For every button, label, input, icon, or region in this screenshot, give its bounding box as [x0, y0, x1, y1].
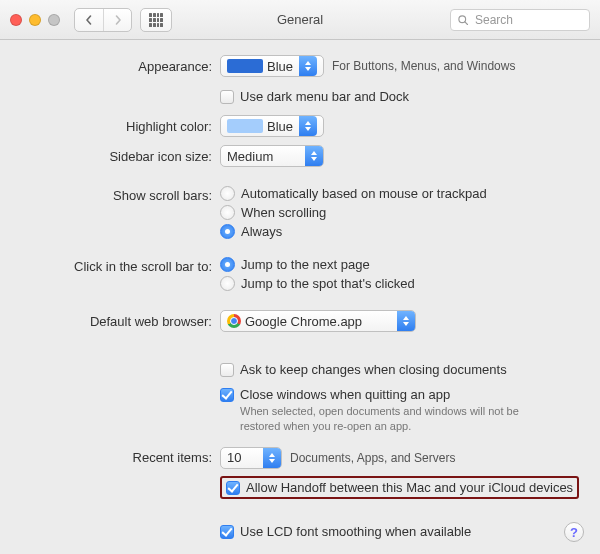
svg-line-1 — [465, 21, 468, 24]
radio-label: Always — [241, 224, 282, 239]
scrollbars-label: Show scroll bars: — [20, 186, 220, 203]
recent-items-label: Recent items: — [20, 450, 220, 465]
color-swatch-icon — [227, 119, 263, 133]
minimize-window-button[interactable] — [29, 14, 41, 26]
stepper-icon — [299, 56, 317, 76]
highlight-select[interactable]: Blue — [220, 115, 324, 137]
show-all-button[interactable] — [140, 8, 172, 32]
lcd-smoothing-checkbox[interactable]: Use LCD font smoothing when available — [220, 524, 471, 539]
ask-keep-changes-label: Ask to keep changes when closing documen… — [240, 362, 507, 377]
content: Appearance: Blue For Buttons, Menus, and… — [0, 40, 600, 554]
window-controls — [10, 14, 60, 26]
zoom-window-button[interactable] — [48, 14, 60, 26]
sidebar-size-select[interactable]: Medium — [220, 145, 324, 167]
lcd-smoothing-label: Use LCD font smoothing when available — [240, 524, 471, 539]
browser-label: Default web browser: — [20, 314, 220, 329]
scrollbars-option-whenscrolling[interactable]: When scrolling — [220, 205, 487, 220]
forward-button[interactable] — [103, 9, 131, 31]
chevron-left-icon — [84, 15, 94, 25]
highlight-value: Blue — [267, 119, 293, 134]
back-button[interactable] — [75, 9, 103, 31]
handoff-checkbox[interactable]: Allow Handoff between this Mac and your … — [226, 480, 573, 495]
chrome-icon — [227, 314, 241, 328]
scrollbars-option-always[interactable]: Always — [220, 224, 487, 239]
close-windows-label: Close windows when quitting an app — [240, 387, 450, 402]
radio-icon — [220, 205, 235, 220]
grid-icon — [149, 13, 163, 27]
scrollclick-label: Click in the scroll bar to: — [20, 257, 220, 274]
radio-icon — [220, 276, 235, 291]
stepper-icon — [397, 311, 415, 331]
scrollbars-option-auto[interactable]: Automatically based on mouse or trackpad — [220, 186, 487, 201]
close-window-button[interactable] — [10, 14, 22, 26]
radio-label: Jump to the spot that's clicked — [241, 276, 415, 291]
appearance-label: Appearance: — [20, 59, 220, 74]
browser-select[interactable]: Google Chrome.app — [220, 310, 416, 332]
radio-label: Jump to the next page — [241, 257, 370, 272]
radio-icon — [220, 224, 235, 239]
scrollclick-option-next[interactable]: Jump to the next page — [220, 257, 415, 272]
titlebar: General — [0, 0, 600, 40]
radio-icon — [220, 186, 235, 201]
stepper-icon — [263, 448, 281, 468]
checkbox-icon — [220, 90, 234, 104]
help-icon: ? — [570, 525, 578, 540]
search-input[interactable] — [473, 12, 583, 28]
close-windows-checkbox[interactable]: Close windows when quitting an app — [220, 387, 450, 402]
appearance-hint: For Buttons, Menus, and Windows — [332, 59, 515, 73]
radio-label: When scrolling — [241, 205, 326, 220]
recent-items-value: 10 — [227, 450, 241, 465]
radio-icon — [220, 257, 235, 272]
ask-keep-changes-checkbox[interactable]: Ask to keep changes when closing documen… — [220, 362, 507, 377]
appearance-select[interactable]: Blue — [220, 55, 324, 77]
recent-items-suffix: Documents, Apps, and Servers — [290, 451, 455, 465]
sidebar-size-label: Sidebar icon size: — [20, 149, 220, 164]
checkbox-icon — [220, 363, 234, 377]
color-swatch-icon — [227, 59, 263, 73]
checkbox-icon — [220, 388, 234, 402]
browser-value: Google Chrome.app — [245, 314, 362, 329]
dark-menu-label: Use dark menu bar and Dock — [240, 89, 409, 104]
help-button[interactable]: ? — [564, 522, 584, 542]
checkbox-icon — [226, 481, 240, 495]
scrollclick-option-spot[interactable]: Jump to the spot that's clicked — [220, 276, 415, 291]
scrollclick-group: Jump to the next page Jump to the spot t… — [220, 257, 415, 291]
highlight-label: Highlight color: — [20, 119, 220, 134]
appearance-value: Blue — [267, 59, 293, 74]
sidebar-size-value: Medium — [227, 149, 273, 164]
stepper-icon — [299, 116, 317, 136]
close-windows-subtext: When selected, open documents and window… — [220, 404, 540, 434]
nav-back-forward — [74, 8, 132, 32]
handoff-highlight: Allow Handoff between this Mac and your … — [220, 476, 579, 499]
checkbox-icon — [220, 525, 234, 539]
handoff-label: Allow Handoff between this Mac and your … — [246, 480, 573, 495]
dark-menu-checkbox[interactable]: Use dark menu bar and Dock — [220, 89, 409, 104]
recent-items-select[interactable]: 10 — [220, 447, 282, 469]
search-field[interactable] — [450, 9, 590, 31]
radio-label: Automatically based on mouse or trackpad — [241, 186, 487, 201]
stepper-icon — [305, 146, 323, 166]
search-icon — [457, 14, 469, 26]
chevron-right-icon — [113, 15, 123, 25]
scrollbars-group: Automatically based on mouse or trackpad… — [220, 186, 487, 239]
